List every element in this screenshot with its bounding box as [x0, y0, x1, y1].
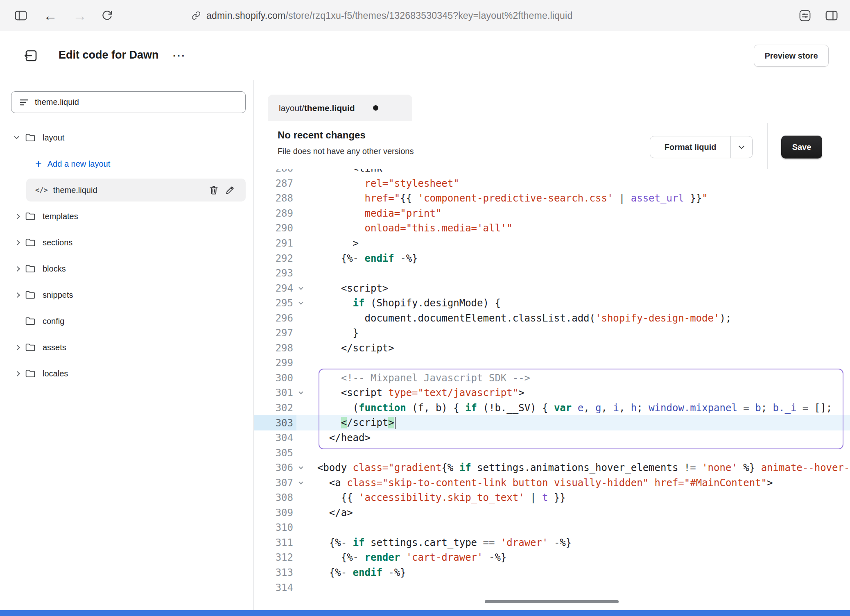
- sidebar-item-label: layout: [43, 133, 64, 143]
- code-line[interactable]: 305: [254, 445, 850, 460]
- chevron-down-icon[interactable]: [14, 134, 19, 139]
- code-line[interactable]: 310: [254, 520, 850, 535]
- code-content: {%- if settings.cart_type == 'drawer' -%…: [305, 537, 572, 548]
- code-line[interactable]: 295 if (Shopify.designMode) {: [254, 296, 850, 311]
- format-dropdown-button[interactable]: [730, 136, 752, 158]
- fold-chevron-icon[interactable]: [296, 475, 305, 490]
- bottom-accent-bar: [0, 610, 850, 616]
- code-line[interactable]: 312 {%- render 'cart-drawer' -%}: [254, 550, 850, 565]
- sidebar-item-assets[interactable]: assets: [0, 334, 254, 360]
- code-content: {%- render 'cart-drawer' -%}: [305, 552, 506, 563]
- fold-chevron-icon[interactable]: [296, 296, 305, 311]
- line-number: 290: [254, 221, 296, 236]
- preview-store-button[interactable]: Preview store: [754, 45, 829, 67]
- code-line[interactable]: 292 {%- endif -%}: [254, 251, 850, 266]
- extensions-icon[interactable]: [799, 10, 811, 21]
- sidebar-item-config[interactable]: config: [0, 308, 254, 334]
- chevron-right-icon[interactable]: [15, 214, 20, 219]
- sidebar-item-templates[interactable]: templates: [0, 203, 254, 229]
- line-number: 286: [254, 169, 296, 176]
- fold-chevron-icon[interactable]: [296, 385, 305, 401]
- code-content: rel="stylesheet": [305, 178, 459, 189]
- code-editor[interactable]: 286 <link287 rel="stylesheet"288 href="{…: [254, 169, 850, 610]
- fold-cell: [296, 169, 305, 176]
- tab-path-prefix: layout/: [279, 103, 304, 113]
- code-line[interactable]: 296 document.documentElement.classList.a…: [254, 310, 850, 326]
- code-line[interactable]: 291 >: [254, 236, 850, 251]
- selected-file-row[interactable]: </> theme.liquid: [26, 179, 246, 202]
- code-line[interactable]: 308 {{ 'accessibility.skip_to_text' | t …: [254, 490, 850, 505]
- chevron-right-icon[interactable]: [15, 266, 20, 272]
- folder-icon: [25, 343, 41, 351]
- address-bar[interactable]: admin.shopify.com/store/rzq1xu-f5/themes…: [192, 0, 572, 31]
- sidebar-item-theme-liquid[interactable]: </> theme.liquid: [26, 177, 246, 203]
- fold-cell: [296, 266, 305, 281]
- sidebar-item-add-layout[interactable]: + Add a new layout: [26, 151, 246, 177]
- code-line[interactable]: 313 {%- endif -%}: [254, 565, 850, 580]
- code-line[interactable]: 303 </script>: [254, 415, 850, 430]
- code-content: if (Shopify.designMode) {: [305, 297, 501, 309]
- fold-cell: [296, 206, 305, 221]
- format-liquid-button[interactable]: Format liquid: [650, 136, 753, 158]
- exit-editor-icon[interactable]: [23, 48, 39, 64]
- code-content: }: [305, 327, 359, 339]
- sidebar-item-locales[interactable]: locales: [0, 360, 254, 387]
- code-line[interactable]: 311 {%- if settings.cart_type == 'drawer…: [254, 535, 850, 550]
- sidebar-item-label: sections: [43, 238, 72, 247]
- code-line[interactable]: 314: [254, 580, 850, 595]
- sidebar-item-blocks[interactable]: blocks: [0, 256, 254, 282]
- plus-icon: +: [35, 159, 42, 170]
- code-line[interactable]: 307 <a class="skip-to-content-link butto…: [254, 475, 850, 490]
- horizontal-scrollbar[interactable]: [485, 600, 619, 603]
- fold-cell: [296, 520, 305, 535]
- line-number: 300: [254, 371, 296, 386]
- file-filter-input[interactable]: theme.liquid: [11, 91, 246, 113]
- line-number: 297: [254, 326, 296, 341]
- editor-toolbar: No recent changes File does not have any…: [254, 121, 850, 169]
- sidebar-item-layout[interactable]: layout: [0, 125, 254, 151]
- code-line[interactable]: 309 </a>: [254, 505, 850, 521]
- chevron-right-icon[interactable]: [15, 240, 20, 245]
- sidebar-item-snippets[interactable]: snippets: [0, 282, 254, 308]
- sidebar-item-label: Add a new layout: [47, 159, 110, 169]
- sidebar-item-label: blocks: [43, 264, 66, 274]
- code-line[interactable]: 306 <body class="gradient{% if settings.…: [254, 460, 850, 476]
- save-button[interactable]: Save: [781, 136, 822, 159]
- code-line[interactable]: 293: [254, 266, 850, 281]
- split-view-icon[interactable]: [825, 10, 838, 21]
- code-line[interactable]: 289 media="print": [254, 206, 850, 221]
- sidebar-toggle-icon[interactable]: [15, 10, 27, 21]
- code-line[interactable]: 304 </head>: [254, 430, 850, 446]
- code-line[interactable]: 287 rel="stylesheet": [254, 176, 850, 191]
- code-line[interactable]: 302 (function (f, b) { if (!b.__SV) { va…: [254, 401, 850, 416]
- code-line[interactable]: 301 <script type="text/javascript">: [254, 385, 850, 401]
- fold-cell: [296, 401, 305, 416]
- fold-chevron-icon[interactable]: [296, 460, 305, 476]
- code-line[interactable]: 290 onload="this.media='all'": [254, 221, 850, 236]
- code-line[interactable]: 299: [254, 356, 850, 371]
- folder-icon: [25, 369, 41, 378]
- line-number: 296: [254, 310, 296, 326]
- delete-file-icon[interactable]: [206, 182, 222, 198]
- more-actions-icon[interactable]: ···: [169, 47, 190, 65]
- chevron-right-icon[interactable]: [15, 371, 20, 376]
- reload-icon[interactable]: [102, 10, 113, 21]
- code-line[interactable]: 288 href="{{ 'component-predictive-searc…: [254, 191, 850, 206]
- code-line[interactable]: 298 </script>: [254, 341, 850, 356]
- sidebar-item-sections[interactable]: sections: [0, 229, 254, 256]
- folder-icon: [25, 265, 41, 273]
- fold-cell: [296, 580, 305, 595]
- tab-layout-theme-liquid[interactable]: layout/theme.liquid: [268, 95, 412, 121]
- fold-cell: [296, 191, 305, 206]
- chevron-right-icon[interactable]: [15, 345, 20, 350]
- rename-file-icon[interactable]: [222, 182, 238, 198]
- code-line[interactable]: 297 }: [254, 326, 850, 341]
- code-line[interactable]: 286 <link: [254, 169, 850, 176]
- code-line[interactable]: 300 <!-- Mixpanel Javascript SDK -->: [254, 371, 850, 386]
- chevron-right-icon[interactable]: [15, 292, 20, 298]
- fold-chevron-icon[interactable]: [296, 281, 305, 296]
- code-line[interactable]: 294 <script>: [254, 281, 850, 296]
- code-lines: 286 <link287 rel="stylesheet"288 href="{…: [254, 169, 850, 595]
- back-icon[interactable]: ←: [43, 9, 57, 23]
- forward-icon[interactable]: →: [73, 9, 87, 23]
